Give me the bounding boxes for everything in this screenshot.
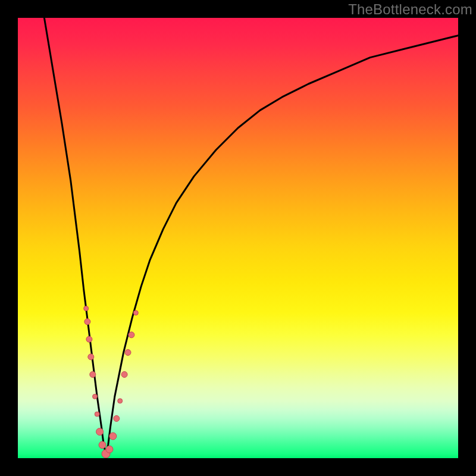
bottleneck-curve-path (44, 18, 458, 454)
data-point (129, 332, 134, 338)
curve-overlay (18, 18, 458, 458)
data-point (99, 441, 106, 449)
watermark-text: TheBottleneck.com (348, 1, 472, 18)
data-point (84, 306, 89, 311)
chart-container: TheBottleneck.com (0, 0, 476, 476)
data-point (95, 412, 99, 416)
data-point (106, 446, 113, 453)
data-point (133, 311, 138, 315)
v-curve (44, 18, 458, 454)
data-point (109, 433, 117, 440)
data-point (90, 371, 96, 377)
data-point (96, 428, 104, 436)
data-point (121, 371, 127, 377)
plot-area (18, 18, 458, 458)
data-point (86, 336, 92, 342)
data-point (93, 394, 98, 399)
data-point (118, 399, 123, 403)
data-point (125, 349, 131, 355)
data-point (114, 415, 120, 421)
data-point (84, 319, 90, 325)
data-point (88, 354, 94, 360)
